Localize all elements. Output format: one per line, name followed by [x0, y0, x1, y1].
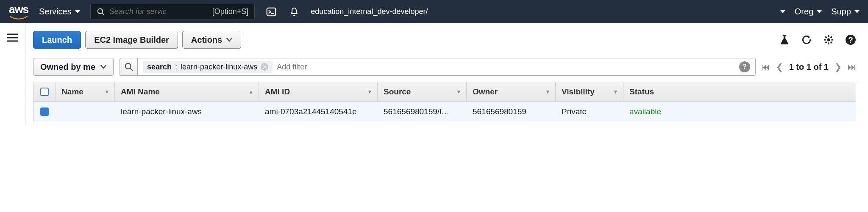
- svg-line-20: [130, 68, 132, 71]
- launch-button[interactable]: Launch: [33, 31, 81, 49]
- header-name[interactable]: Name▾: [56, 82, 115, 101]
- svg-rect-7: [783, 35, 787, 36]
- actions-label: Actions: [191, 35, 222, 45]
- caret-down-icon: [100, 65, 106, 69]
- chip-remove-icon[interactable]: ✕: [261, 63, 268, 71]
- sort-icon: ▾: [614, 88, 617, 95]
- sort-icon: ▾: [546, 88, 549, 95]
- role-menu[interactable]: education_internal_dev-developer/: [311, 7, 428, 16]
- image-builder-button[interactable]: EC2 Image Builder: [85, 31, 178, 49]
- caret-down-icon: [75, 10, 80, 13]
- cell-status: available: [623, 102, 856, 122]
- svg-line-13: [825, 36, 826, 38]
- side-toggle-col: [0, 23, 25, 122]
- workspace: Launch EC2 Image Builder Actions ?: [0, 23, 868, 122]
- table-header: Name▾ AMI Name▴ AMI ID▾ Source▾ Owner▾ V…: [33, 82, 856, 102]
- sort-icon: ▾: [106, 88, 108, 95]
- select-all-checkbox[interactable]: [40, 88, 49, 96]
- search-icon: [124, 62, 134, 72]
- pager-first-icon[interactable]: ⏮: [762, 62, 770, 72]
- gear-icon[interactable]: [823, 34, 834, 45]
- global-search[interactable]: [Option+S]: [90, 4, 255, 20]
- caret-down-icon: [854, 10, 860, 13]
- pager-range: 1 to 1 of 1: [789, 62, 829, 72]
- services-label: Services: [39, 7, 72, 17]
- header-checkbox-cell: [33, 82, 56, 101]
- cell-ami-name: learn-packer-linux-aws: [115, 102, 259, 122]
- header-status[interactable]: Status: [623, 82, 856, 101]
- support-label: Supp: [831, 7, 851, 17]
- ownership-label: Owned by me: [40, 62, 95, 72]
- support-menu[interactable]: Supp: [831, 7, 860, 17]
- ami-table: Name▾ AMI Name▴ AMI ID▾ Source▾ Owner▾ V…: [33, 82, 856, 122]
- sort-icon: ▾: [368, 88, 371, 95]
- cloudshell-icon[interactable]: [265, 6, 278, 18]
- cell-source: 561656980159/l…: [378, 102, 467, 122]
- row-checkbox-cell: [33, 102, 56, 122]
- svg-text:?: ?: [848, 36, 853, 44]
- ownership-filter[interactable]: Owned by me: [33, 58, 114, 76]
- chip-value: learn-packer-linux-aws: [181, 63, 257, 72]
- cell-name: [56, 102, 115, 122]
- action-icons-right: ?: [779, 34, 856, 45]
- caret-down-icon: [817, 10, 822, 13]
- region-label: Oreg: [795, 7, 813, 17]
- refresh-icon[interactable]: [801, 34, 812, 45]
- actions-menu-button[interactable]: Actions: [182, 31, 241, 49]
- caret-down-icon[interactable]: [780, 10, 785, 13]
- pager-next-icon[interactable]: ❯: [835, 62, 842, 72]
- cell-visibility: Private: [556, 102, 623, 122]
- svg-line-1: [102, 13, 104, 15]
- header-ami-id[interactable]: AMI ID▾: [259, 82, 378, 101]
- add-filter-placeholder: Add filter: [277, 63, 307, 72]
- services-menu[interactable]: Services: [39, 7, 80, 17]
- chip-key: search: [147, 63, 172, 72]
- action-bar: Launch EC2 Image Builder Actions ?: [33, 31, 856, 49]
- pager: ⏮ ❮ 1 to 1 of 1 ❯ ⏭: [762, 62, 856, 72]
- svg-line-14: [831, 42, 832, 43]
- aws-smile-icon: [8, 16, 29, 20]
- filter-input-area[interactable]: search : learn-packer-linux-aws ✕ Add fi…: [137, 58, 756, 76]
- aws-logo[interactable]: aws: [8, 4, 29, 20]
- nav-right: Oreg Supp: [780, 7, 860, 17]
- cell-owner: 561656980159: [467, 102, 556, 122]
- row-checkbox[interactable]: [40, 107, 49, 116]
- content: Launch EC2 Image Builder Actions ?: [25, 23, 868, 122]
- top-nav: aws Services [Option+S] education_intern…: [0, 0, 868, 23]
- sort-asc-icon: ▴: [250, 88, 253, 95]
- flask-icon[interactable]: [779, 34, 790, 45]
- header-visibility[interactable]: Visibility▾: [556, 82, 623, 101]
- hamburger-icon[interactable]: [7, 33, 18, 122]
- sort-icon: ▾: [457, 88, 460, 95]
- search-shortcut-hint: [Option+S]: [212, 7, 249, 16]
- pager-last-icon[interactable]: ⏭: [848, 62, 856, 72]
- filter-row: Owned by me search : learn-packer-linux-…: [33, 58, 856, 76]
- pager-prev-icon[interactable]: ❮: [776, 62, 783, 72]
- svg-point-8: [827, 39, 830, 41]
- svg-line-16: [831, 36, 832, 38]
- cell-ami-id: ami-0703a21445140541e: [259, 102, 378, 122]
- notifications-icon[interactable]: [288, 6, 300, 18]
- caret-down-icon: [226, 38, 232, 42]
- search-icon-box[interactable]: [120, 58, 137, 76]
- filter-help-icon[interactable]: ?: [739, 61, 750, 72]
- table-row[interactable]: learn-packer-linux-aws ami-0703a21445140…: [33, 102, 856, 122]
- header-owner[interactable]: Owner▾: [467, 82, 556, 101]
- help-icon[interactable]: ?: [845, 34, 856, 45]
- region-menu[interactable]: Oreg: [795, 7, 822, 17]
- header-source[interactable]: Source▾: [378, 82, 467, 101]
- svg-line-15: [825, 42, 826, 43]
- global-search-input[interactable]: [109, 7, 208, 16]
- search-icon: [97, 8, 105, 16]
- filter-chip: search : learn-packer-linux-aws ✕: [143, 61, 273, 73]
- header-ami-name[interactable]: AMI Name▴: [115, 82, 259, 101]
